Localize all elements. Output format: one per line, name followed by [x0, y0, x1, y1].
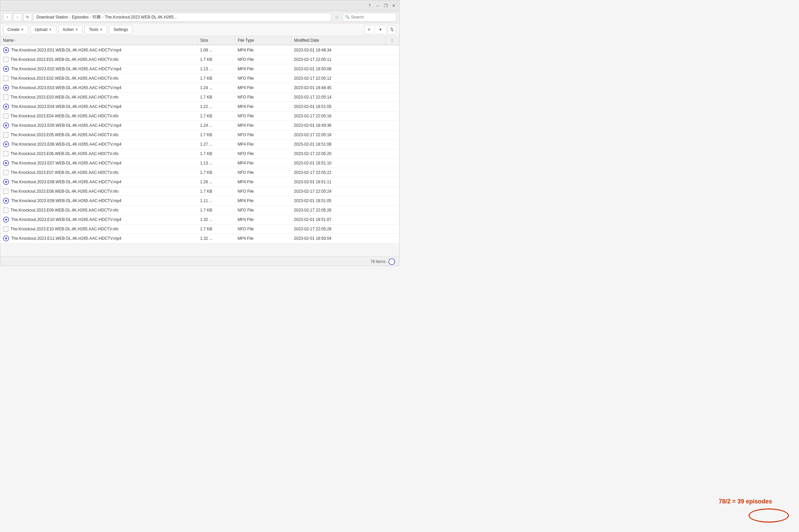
file-more-button[interactable] — [385, 139, 399, 149]
file-date-cell: 2023-02-01 18:51:07 — [291, 215, 385, 225]
search-icon: 🔍 — [345, 15, 350, 19]
refresh-button[interactable]: ↻ — [23, 13, 32, 21]
table-row[interactable]: The.Knockout.2023.E06.WEB-DL.4K.H265.AAC… — [0, 149, 399, 158]
create-caret-icon: ▼ — [21, 28, 24, 31]
file-name-cell: The.Knockout.2023.E09.WEB-DL.4K.H265.AAC… — [0, 196, 198, 206]
file-date-cell: 2023-02-17 22:05:11 — [291, 55, 385, 64]
file-more-button[interactable] — [385, 215, 399, 225]
sort-icon: ↑ — [15, 39, 16, 42]
back-button[interactable]: ‹ — [3, 13, 12, 21]
file-more-button[interactable] — [385, 206, 399, 215]
tools-button[interactable]: Tools ▼ — [85, 25, 107, 34]
table-row[interactable]: The.Knockout.2023.E08.WEB-DL.4K.H265.AAC… — [0, 177, 399, 187]
breadcrumb-item-folder[interactable]: The.Knockout.2023.WEB-DL.4K.H265... — [105, 15, 177, 19]
table-row[interactable]: The.Knockout.2023.E05.WEB-DL.4K.H265.AAC… — [0, 121, 399, 131]
column-header-size[interactable]: Size — [198, 36, 235, 45]
file-more-button[interactable] — [385, 196, 399, 206]
file-name-text: The.Knockout.2023.E01.WEB-DL.4K.H265.AAC… — [11, 57, 119, 62]
file-more-button[interactable] — [385, 83, 399, 93]
column-header-more[interactable]: ⋮ — [385, 36, 399, 45]
file-size-cell: 1.13 ... — [198, 64, 235, 74]
breadcrumb-item-download-station[interactable]: Download Station — [36, 15, 68, 19]
breadcrumb: Download Station › Episodes › 狂飆 › The.K… — [33, 13, 331, 21]
column-header-name[interactable]: Name↑ — [0, 36, 198, 45]
file-name-text: The.Knockout.2023.E05.WEB-DL.4K.H265.AAC… — [11, 123, 122, 128]
restore-button[interactable]: ❐ — [383, 3, 388, 8]
file-type-cell: NFO File — [235, 74, 291, 83]
breadcrumb-item-show[interactable]: 狂飆 — [93, 14, 101, 20]
file-date-cell: 2023-02-17 22:05:16 — [291, 112, 385, 121]
table-row[interactable]: The.Knockout.2023.E05.WEB-DL.4K.H265.AAC… — [0, 131, 399, 139]
file-more-button[interactable] — [385, 187, 399, 196]
column-header-type[interactable]: File Type — [235, 36, 291, 45]
search-input[interactable] — [351, 15, 392, 19]
column-header-date[interactable]: Modified Date — [291, 36, 385, 45]
upload-button[interactable]: Upload ▼ — [30, 25, 56, 34]
table-row[interactable]: The.Knockout.2023.E10.WEB-DL.4K.H265.AAC… — [0, 215, 399, 225]
file-more-button[interactable] — [385, 234, 399, 244]
table-row[interactable]: The.Knockout.2023.E03.WEB-DL.4K.H265.AAC… — [0, 83, 399, 93]
table-row[interactable]: The.Knockout.2023.E06.WEB-DL.4K.H265.AAC… — [0, 139, 399, 149]
file-size-cell: 1.7 KB — [198, 55, 235, 64]
nfo-icon — [3, 95, 8, 100]
file-more-button[interactable] — [385, 168, 399, 177]
file-more-button[interactable] — [385, 45, 399, 55]
file-more-button[interactable] — [385, 74, 399, 83]
status-bar: 78 items — [0, 256, 399, 266]
table-row[interactable]: The.Knockout.2023.E01.WEB-DL.4K.H265.AAC… — [0, 45, 399, 55]
file-more-button[interactable] — [385, 55, 399, 64]
file-more-button[interactable] — [385, 93, 399, 102]
minimize-button[interactable]: – — [375, 3, 380, 8]
sort-view-button[interactable]: ⇅ — [387, 25, 397, 34]
file-date-cell: 2023-02-01 18:51:05 — [291, 102, 385, 112]
nfo-icon — [3, 226, 8, 232]
file-more-button[interactable] — [385, 225, 399, 234]
file-more-button[interactable] — [385, 131, 399, 139]
file-type-cell: NFO File — [235, 187, 291, 196]
file-type-cell: NFO File — [235, 55, 291, 64]
file-size-cell: 1.32 ... — [198, 215, 235, 225]
table-row[interactable]: The.Knockout.2023.E02.WEB-DL.4K.H265.AAC… — [0, 74, 399, 83]
table-row[interactable]: The.Knockout.2023.E04.WEB-DL.4K.H265.AAC… — [0, 102, 399, 112]
file-more-button[interactable] — [385, 102, 399, 112]
nfo-icon — [3, 57, 8, 62]
favorite-button[interactable]: ☆ — [332, 13, 341, 21]
action-button[interactable]: Action ▼ — [58, 25, 83, 34]
table-row[interactable]: The.Knockout.2023.E01.WEB-DL.4K.H265.AAC… — [0, 55, 399, 64]
toggle-button[interactable] — [388, 258, 395, 265]
table-row[interactable]: The.Knockout.2023.E08.WEB-DL.4K.H265.AAC… — [0, 187, 399, 196]
table-row[interactable]: The.Knockout.2023.E07.WEB-DL.4K.H265.AAC… — [0, 168, 399, 177]
table-row[interactable]: The.Knockout.2023.E11.WEB-DL.4K.H265.AAC… — [0, 234, 399, 244]
list-view-dropdown[interactable]: ▾ — [376, 25, 385, 34]
list-view-button[interactable]: ≡ — [364, 25, 374, 34]
file-size-cell: 1.22 ... — [198, 102, 235, 112]
file-type-cell: NFO File — [235, 225, 291, 234]
help-button[interactable]: ? — [367, 3, 372, 8]
file-name-cell: The.Knockout.2023.E05.WEB-DL.4K.H265.AAC… — [0, 131, 198, 139]
settings-button[interactable]: Settings — [109, 25, 132, 34]
table-row[interactable]: The.Knockout.2023.E09.WEB-DL.4K.H265.AAC… — [0, 206, 399, 215]
file-size-cell: 1.7 KB — [198, 112, 235, 121]
close-button[interactable]: ✕ — [391, 3, 397, 8]
forward-button[interactable]: › — [13, 13, 22, 21]
table-row[interactable]: The.Knockout.2023.E04.WEB-DL.4K.H265.AAC… — [0, 112, 399, 121]
file-date-cell: 2023-02-17 22:05:24 — [291, 187, 385, 196]
table-row[interactable]: The.Knockout.2023.E02.WEB-DL.4K.H265.AAC… — [0, 64, 399, 74]
file-date-cell: 2023-02-01 18:51:08 — [291, 139, 385, 149]
file-size-cell: 1.11 ... — [198, 196, 235, 206]
file-more-button[interactable] — [385, 112, 399, 121]
file-more-button[interactable] — [385, 121, 399, 131]
file-more-button[interactable] — [385, 158, 399, 168]
table-row[interactable]: The.Knockout.2023.E03.WEB-DL.4K.H265.AAC… — [0, 93, 399, 102]
file-more-button[interactable] — [385, 177, 399, 187]
file-name-cell: The.Knockout.2023.E05.WEB-DL.4K.H265.AAC… — [0, 121, 198, 131]
create-button[interactable]: Create ▼ — [3, 25, 28, 34]
table-row[interactable]: The.Knockout.2023.E09.WEB-DL.4K.H265.AAC… — [0, 196, 399, 206]
file-size-cell: 1.7 KB — [198, 74, 235, 83]
file-more-button[interactable] — [385, 149, 399, 158]
table-row[interactable]: The.Knockout.2023.E07.WEB-DL.4K.H265.AAC… — [0, 158, 399, 168]
breadcrumb-item-episodes[interactable]: Episodes — [72, 15, 89, 19]
table-row[interactable]: The.Knockout.2023.E10.WEB-DL.4K.H265.AAC… — [0, 225, 399, 234]
file-more-button[interactable] — [385, 64, 399, 74]
file-name-text: The.Knockout.2023.E07.WEB-DL.4K.H265.AAC… — [11, 170, 119, 175]
